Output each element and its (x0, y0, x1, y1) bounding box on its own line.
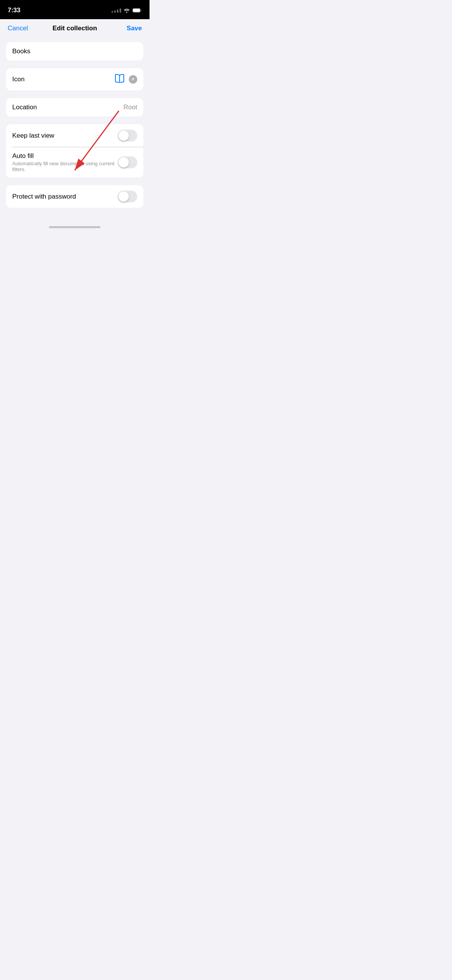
book-icon (114, 74, 125, 85)
status-time: 7:33 (8, 7, 20, 14)
page-title: Edit collection (53, 25, 97, 32)
password-card: Protect with password (6, 185, 143, 208)
cancel-button[interactable]: Cancel (8, 25, 28, 32)
icon-card: Icon (6, 68, 143, 90)
password-label: Protect with password (12, 193, 76, 201)
auto-fill-row[interactable]: Auto fill Automatically fill new documen… (6, 147, 143, 178)
auto-fill-label: Auto fill (12, 152, 118, 160)
battery-icon (132, 8, 142, 13)
password-toggle[interactable] (118, 191, 137, 202)
auto-fill-description: Automatically fill new documents using c… (12, 161, 118, 172)
location-label: Location (12, 104, 37, 111)
svg-rect-1 (133, 9, 140, 12)
keep-last-view-toggle[interactable] (118, 130, 137, 141)
wifi-icon (123, 8, 130, 13)
status-bar: 7:33 (0, 0, 150, 19)
settings-card: Keep last view Auto fill Automatically f… (6, 124, 143, 178)
status-icons (112, 8, 142, 13)
icon-label: Icon (12, 76, 25, 83)
collection-name: Books (12, 48, 30, 55)
keep-last-view-row[interactable]: Keep last view (6, 124, 143, 147)
page-wrapper: 7:33 Cancel Edit co (0, 0, 150, 231)
nav-bar: Cancel Edit collection Save (0, 19, 150, 36)
location-value: Root (123, 104, 137, 111)
save-button[interactable]: Save (127, 25, 142, 32)
icon-row-right (114, 74, 137, 85)
auto-fill-content: Auto fill Automatically fill new documen… (12, 152, 118, 172)
signal-icon (112, 8, 121, 13)
content-area: Books Icon Locati (0, 36, 150, 208)
name-row[interactable]: Books (6, 42, 143, 61)
icon-row[interactable]: Icon (6, 68, 143, 90)
keep-last-view-label: Keep last view (12, 132, 54, 140)
password-row[interactable]: Protect with password (6, 185, 143, 208)
location-card: Location Root (6, 98, 143, 117)
clear-icon[interactable] (129, 75, 137, 84)
location-row[interactable]: Location Root (6, 98, 143, 117)
home-bar (49, 226, 100, 228)
home-indicator (0, 223, 150, 231)
name-card: Books (6, 42, 143, 61)
auto-fill-toggle[interactable] (118, 156, 137, 168)
